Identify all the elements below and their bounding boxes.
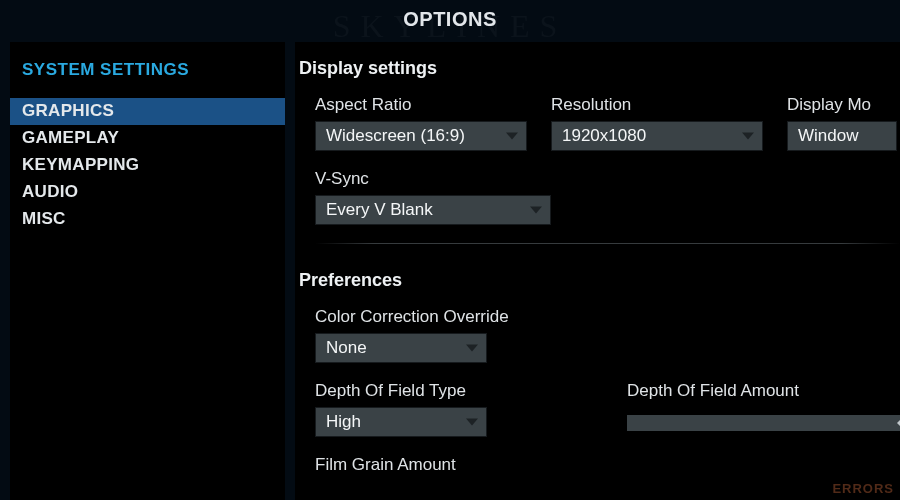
dof-amount-slider[interactable] xyxy=(627,415,900,431)
vsync-value: Every V Blank xyxy=(326,200,433,220)
sidebar-item-gameplay[interactable]: GAMEPLAY xyxy=(10,125,285,152)
prefs-row-2: Depth Of Field Type High Depth Of Field … xyxy=(295,381,900,437)
content-panel: Display settings Aspect Ratio Widescreen… xyxy=(295,42,900,500)
dof-type-select[interactable]: High xyxy=(315,407,487,437)
dof-amount-label: Depth Of Field Amount xyxy=(627,381,900,401)
color-correction-label: Color Correction Override xyxy=(315,307,509,327)
prefs-row-1: Color Correction Override None xyxy=(295,307,900,363)
chevron-down-icon xyxy=(506,133,518,140)
prefs-row-3: Film Grain Amount xyxy=(295,455,900,481)
errors-watermark: ERRORS xyxy=(832,481,894,496)
resolution-label: Resolution xyxy=(551,95,763,115)
sidebar-item-graphics[interactable]: GRAPHICS xyxy=(10,98,285,125)
film-grain-field: Film Grain Amount xyxy=(315,455,456,481)
dof-amount-field: Depth Of Field Amount xyxy=(627,381,900,437)
dof-type-label: Depth Of Field Type xyxy=(315,381,487,401)
vsync-label: V-Sync xyxy=(315,169,551,189)
display-mode-select[interactable]: Window xyxy=(787,121,897,151)
sidebar-item-audio[interactable]: AUDIO xyxy=(10,179,285,206)
display-mode-label: Display Mo xyxy=(787,95,897,115)
film-grain-label: Film Grain Amount xyxy=(315,455,456,475)
preferences-heading: Preferences xyxy=(295,244,900,307)
dof-type-field: Depth Of Field Type High xyxy=(315,381,487,437)
color-correction-field: Color Correction Override None xyxy=(315,307,509,363)
resolution-field: Resolution 1920x1080 xyxy=(551,95,763,151)
main-layout: SYSTEM SETTINGS GRAPHICS GAMEPLAY KEYMAP… xyxy=(10,42,900,500)
aspect-ratio-field: Aspect Ratio Widescreen (16:9) xyxy=(315,95,527,151)
page-title: OPTIONS xyxy=(0,0,900,37)
vsync-field: V-Sync Every V Blank xyxy=(315,169,551,225)
resolution-value: 1920x1080 xyxy=(562,126,646,146)
chevron-down-icon xyxy=(466,345,478,352)
dof-type-value: High xyxy=(326,412,361,432)
display-settings-heading: Display settings xyxy=(295,58,900,95)
chevron-down-icon xyxy=(466,419,478,426)
aspect-ratio-select[interactable]: Widescreen (16:9) xyxy=(315,121,527,151)
aspect-ratio-value: Widescreen (16:9) xyxy=(326,126,465,146)
chevron-down-icon xyxy=(742,133,754,140)
sidebar: SYSTEM SETTINGS GRAPHICS GAMEPLAY KEYMAP… xyxy=(10,42,285,500)
display-mode-field: Display Mo Window xyxy=(787,95,897,151)
display-row-2: V-Sync Every V Blank xyxy=(295,169,900,225)
chevron-down-icon xyxy=(530,207,542,214)
aspect-ratio-label: Aspect Ratio xyxy=(315,95,527,115)
sidebar-item-misc[interactable]: MISC xyxy=(10,206,285,233)
display-mode-value: Window xyxy=(798,126,858,146)
color-correction-select[interactable]: None xyxy=(315,333,487,363)
color-correction-value: None xyxy=(326,338,367,358)
vsync-select[interactable]: Every V Blank xyxy=(315,195,551,225)
sidebar-title: SYSTEM SETTINGS xyxy=(10,60,285,98)
resolution-select[interactable]: 1920x1080 xyxy=(551,121,763,151)
sidebar-item-keymapping[interactable]: KEYMAPPING xyxy=(10,152,285,179)
display-row-1: Aspect Ratio Widescreen (16:9) Resolutio… xyxy=(295,95,900,151)
